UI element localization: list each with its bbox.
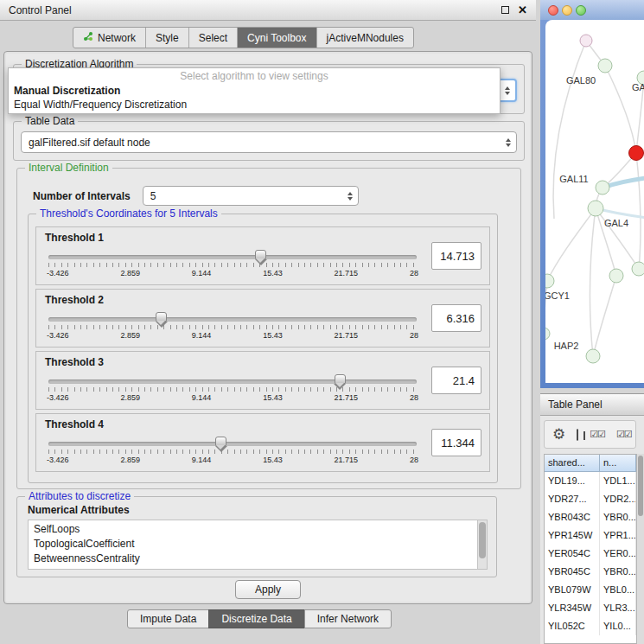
column-header[interactable]: n... — [600, 455, 636, 472]
threshold-slider[interactable]: -3.426 2.859 9.144 15.43 21.715 28 — [47, 310, 418, 345]
network-node[interactable] — [580, 35, 592, 47]
table-panel: ⚙ ☑☑ ☑☑ shared... n... YDL19... YDL1... … — [540, 416, 644, 644]
column-header[interactable]: shared... — [545, 455, 600, 472]
scale-tick-label: 2.859 — [120, 393, 140, 402]
table-cell[interactable]: YER054C — [545, 545, 600, 563]
list-item[interactable]: BetweennessCentrality — [34, 552, 487, 566]
table-row[interactable]: YBL079W YBL0... — [545, 581, 636, 599]
slider-track[interactable] — [48, 442, 417, 446]
threshold-panel: Threshold 3 -3.426 2.859 9.144 15.43 21.… — [35, 351, 490, 410]
table-cell[interactable]: YDR2... — [600, 490, 636, 508]
column-browser-icon[interactable] — [577, 429, 578, 441]
dropdown-option-manual[interactable]: Manual Discretization — [9, 84, 500, 98]
slider-track[interactable] — [48, 317, 417, 322]
scrollbar-thumb[interactable] — [479, 522, 486, 558]
table-row[interactable]: YPR145W YPR1... — [545, 526, 636, 545]
network-node[interactable] — [586, 349, 600, 363]
table-header-row: shared... n... — [545, 455, 636, 472]
slider-track[interactable] — [48, 255, 417, 259]
table-row[interactable]: YER054C YER0... — [545, 545, 636, 563]
slider-ticks — [48, 450, 417, 454]
network-node[interactable] — [545, 328, 550, 340]
network-canvas[interactable]: GAL80 GAL11 GAL4 GCY1 HAP2 GA — [545, 20, 644, 383]
threshold-value-field[interactable]: 6.316 — [431, 304, 481, 332]
network-edges — [545, 41, 644, 356]
tab-infer-network[interactable]: Infer Network — [304, 609, 392, 628]
table-cell[interactable]: YBR045C — [545, 563, 600, 581]
threshold-slider[interactable]: -3.426 2.859 9.144 15.43 21.715 28 — [47, 248, 418, 283]
network-node[interactable] — [632, 262, 644, 276]
scrollbar-thumb[interactable] — [638, 456, 643, 516]
threshold-label: Threshold 4 — [45, 418, 104, 430]
control-panel-window: Control Panel ✕ Network Style Select — [0, 0, 536, 644]
combo-arrows-icon — [506, 138, 511, 147]
table-row[interactable]: YBR045C YBR0... — [545, 563, 636, 581]
network-node[interactable] — [598, 59, 612, 73]
table-row[interactable]: YIL052C YIL0... — [545, 617, 636, 635]
table-cell[interactable]: YDL19... — [545, 472, 600, 490]
table-cell[interactable]: YBL0... — [600, 581, 636, 599]
list-item[interactable]: SelfLoops — [34, 522, 487, 537]
table-cell[interactable]: YBR0... — [600, 508, 636, 526]
slider-thumb[interactable] — [255, 250, 266, 259]
number-of-intervals-combobox[interactable]: 5 — [143, 186, 359, 206]
table-cell[interactable]: YBR043C — [545, 508, 600, 526]
threshold-panel: Threshold 2 -3.426 2.859 9.144 15.43 21.… — [35, 289, 490, 348]
network-node[interactable] — [545, 274, 554, 288]
table-cell[interactable]: YDR27... — [545, 490, 600, 508]
network-node[interactable] — [596, 181, 609, 194]
table-row[interactable]: YDR27... YDR2... — [545, 490, 636, 508]
node-label: GAL4 — [604, 218, 628, 228]
tab-impute-data[interactable]: Impute Data — [127, 609, 209, 628]
table-cell[interactable]: YER0... — [600, 545, 636, 563]
network-node-selected[interactable] — [629, 146, 644, 161]
select-all-icon[interactable]: ☑☑ — [616, 429, 632, 440]
tab-select[interactable]: Select — [188, 28, 237, 48]
tab-network[interactable]: Network — [73, 28, 145, 48]
select-columns-icon[interactable]: ☑☑ — [590, 429, 605, 440]
close-icon[interactable]: ✕ — [518, 4, 527, 16]
table-cell[interactable]: YDL1... — [600, 472, 636, 490]
table-row[interactable]: YBR043C YBR0... — [545, 508, 636, 526]
minimize-traffic-light[interactable] — [562, 5, 572, 16]
table-cell[interactable]: YPR1... — [600, 526, 636, 545]
table-cell[interactable]: YPR145W — [545, 526, 600, 545]
table-row[interactable]: YDL19... YDL1... — [545, 472, 636, 490]
table-cell[interactable]: YBR0... — [600, 563, 636, 581]
table-row[interactable]: YLR345W YLR3... — [545, 599, 636, 617]
threshold-slider[interactable]: -3.426 2.859 9.144 15.43 21.715 28 — [47, 373, 418, 407]
apply-button[interactable]: Apply — [235, 580, 301, 599]
scale-tick-label: 28 — [410, 393, 418, 402]
gear-icon[interactable]: ⚙ — [552, 427, 565, 442]
tab-style[interactable]: Style — [145, 28, 188, 48]
table-scrollbar[interactable] — [636, 454, 644, 644]
threshold-value-field[interactable]: 14.713 — [431, 242, 481, 270]
list-item[interactable]: TopologicalCoefficient — [34, 537, 487, 552]
slider-track[interactable] — [48, 379, 417, 384]
scale-tick-label: 21.715 — [335, 269, 359, 277]
list-scrollbar[interactable] — [477, 520, 487, 569]
table-data-combobox[interactable]: galFiltered.sif default node — [21, 131, 517, 153]
table-cell[interactable]: YLR345W — [545, 599, 600, 617]
tab-discretize-data[interactable]: Discretize Data — [208, 609, 304, 628]
network-node[interactable] — [588, 201, 603, 216]
float-window-icon[interactable] — [501, 6, 509, 14]
network-node[interactable] — [609, 269, 623, 283]
close-traffic-light[interactable] — [548, 5, 558, 16]
table-cell[interactable]: YLR3... — [600, 599, 636, 617]
threshold-value-field[interactable]: 11.344 — [431, 429, 481, 456]
node-label: HAP2 — [554, 341, 579, 351]
tab-jactivemnodules[interactable]: jActiveMNodules — [316, 28, 413, 48]
dropdown-option-equal-width[interactable]: Equal Width/Frequency Discretization — [9, 98, 500, 112]
table-cell[interactable]: YIL052C — [545, 617, 600, 635]
threshold-slider[interactable]: -3.426 2.859 9.144 15.43 21.715 28 — [47, 435, 418, 469]
table-cell[interactable]: YIL0... — [600, 617, 636, 635]
slider-thumb[interactable] — [156, 312, 167, 322]
zoom-traffic-light[interactable] — [576, 5, 586, 16]
threshold-value-field[interactable]: 21.4 — [431, 367, 481, 394]
tab-cyni-toolbox[interactable]: Cyni Toolbox — [237, 28, 316, 48]
table-cell[interactable]: YBL079W — [545, 581, 600, 599]
node-label-partial: GA — [632, 82, 644, 92]
slider-thumb[interactable] — [335, 374, 346, 384]
slider-thumb[interactable] — [215, 437, 226, 446]
